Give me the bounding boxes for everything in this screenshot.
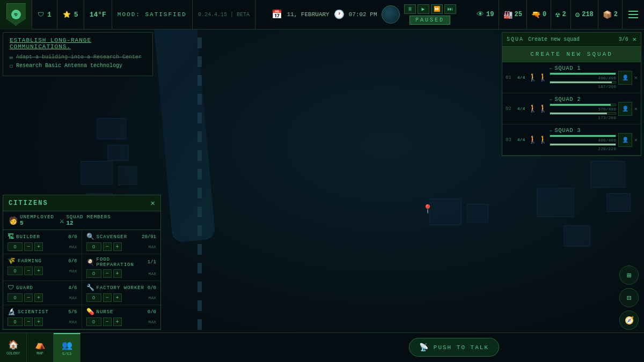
role-max-btn[interactable]: MAX <box>69 320 77 324</box>
squad-xp-fill <box>550 82 612 83</box>
role-minus-btn[interactable]: − <box>103 293 112 302</box>
squad-hp-fill <box>550 135 616 137</box>
role-input[interactable] <box>8 267 23 275</box>
role-icon: 🏗 <box>8 233 14 241</box>
tb-star-section: ⭐ 5 <box>57 0 84 29</box>
push-to-talk-button[interactable]: 📡 PUSH TO TALK <box>409 338 499 357</box>
cr-top: 🌾 FARMING 6/6 <box>8 257 77 265</box>
unemployed-count: 5 <box>20 220 54 226</box>
compass-btn[interactable]: 🧭 <box>619 311 639 330</box>
colony-icon: 🏠 <box>8 339 19 350</box>
citizens-btn[interactable]: 👥 5/53 <box>54 333 80 363</box>
squad-remove-btn-1[interactable]: ✕ <box>634 75 638 81</box>
squad-row-1[interactable]: 01 4/4 🚶 🚶 ✏ SQUAD 1 400/400 <box>502 62 641 93</box>
play-btn[interactable]: ▶ <box>418 4 429 14</box>
role-max-btn[interactable]: MAX <box>149 295 156 300</box>
role-icon: 🔧 <box>86 284 94 292</box>
squad-figures-3: 🚶 🚶 <box>528 135 547 144</box>
check-icon-1: ☑ <box>10 54 13 61</box>
map-icon: ⛺ <box>35 339 46 350</box>
grid-btn[interactable]: ⊟ <box>619 288 639 307</box>
role-plus-btn[interactable]: + <box>34 317 43 326</box>
role-max-btn[interactable]: MAX <box>69 269 77 274</box>
squad-name-1: SQUAD 1 <box>554 65 581 71</box>
pause-btn[interactable]: ⏸ <box>404 4 416 14</box>
role-max-btn[interactable]: MAX <box>149 320 156 324</box>
citizen-role-nurse: 💊 NURSE 0/0 − + MAX <box>82 305 161 329</box>
menu-button[interactable] <box>623 0 644 29</box>
role-minus-btn[interactable]: − <box>103 242 112 251</box>
citizen-role-scavenger: 🔍 SCAVENGER 20/91 − + MAX <box>82 230 161 254</box>
role-input[interactable] <box>86 269 101 278</box>
tb-stat-crate: 📦 2 <box>598 0 623 29</box>
squad-close-btn[interactable]: ✕ <box>633 35 636 43</box>
role-input[interactable] <box>8 242 23 251</box>
edit-icon: ✏ <box>550 128 552 134</box>
map-building <box>429 198 462 225</box>
squad-xp-val: 173/200 <box>550 115 616 120</box>
squad-hp-val: 400/400 <box>550 76 616 80</box>
squad-remove-btn-3[interactable]: ✕ <box>634 137 638 143</box>
role-max-btn[interactable]: MAX <box>149 271 156 276</box>
star-num: 5 <box>74 11 78 19</box>
role-input[interactable] <box>86 317 101 326</box>
role-max-btn[interactable]: MAX <box>69 245 77 249</box>
role-minus-btn[interactable]: − <box>24 293 33 302</box>
cr-controls: − + MAX <box>8 267 77 275</box>
cr-controls: − + MAX <box>86 317 157 326</box>
citizens-close-btn[interactable]: ✕ <box>151 198 155 208</box>
squad-rows-container: 01 4/4 🚶 🚶 ✏ SQUAD 1 400/400 <box>502 62 641 156</box>
vision-icon: 👁 <box>477 10 484 19</box>
fast-btn[interactable]: ⏩ <box>431 4 443 14</box>
role-plus-btn[interactable]: + <box>34 293 43 302</box>
role-minus-btn[interactable]: − <box>103 269 112 278</box>
squad-name-row: ✏ SQUAD 3 <box>550 128 616 134</box>
colony-btn[interactable]: 🏠 COLONY <box>0 333 27 363</box>
role-plus-btn[interactable]: + <box>113 269 122 278</box>
map-building <box>590 161 625 188</box>
squad-row-3[interactable]: 03 4/4 🚶 🚶 ✏ SQUAD 3 400/400 <box>502 124 641 156</box>
role-minus-btn[interactable]: − <box>24 267 33 275</box>
role-plus-btn[interactable]: + <box>113 242 122 251</box>
role-icon: 🌾 <box>8 257 16 265</box>
factory-icon: 🏭 <box>503 10 513 19</box>
role-plus-btn[interactable]: + <box>113 317 122 326</box>
squad-remove-btn-2[interactable]: ✕ <box>634 106 638 112</box>
role-count: 0/0 <box>68 234 77 240</box>
create-squad-button[interactable]: CREATE NEW SQUAD <box>502 47 641 62</box>
factory-val: 25 <box>515 11 522 18</box>
squad-hp-bar <box>550 104 616 106</box>
time-text: 07:02 PM <box>349 11 377 18</box>
squad-bar-container-1: 370/400 <box>550 104 616 112</box>
globe-icon <box>382 5 400 24</box>
role-max-btn[interactable]: MAX <box>149 245 156 249</box>
mic-icon: 📡 <box>419 343 429 352</box>
cr-controls: − + MAX <box>86 269 157 278</box>
tb-stat-weapon: 🔫 0 <box>527 0 551 29</box>
role-plus-btn[interactable]: + <box>34 242 43 251</box>
role-minus-btn[interactable]: − <box>24 317 33 326</box>
role-minus-btn[interactable]: − <box>103 317 112 326</box>
squad-row-2[interactable]: 02 4/4 🚶 🚶 ✏ SQUAD 2 370/400 <box>502 93 641 124</box>
role-max-btn[interactable]: MAX <box>69 295 77 300</box>
role-minus-btn[interactable]: − <box>24 242 33 251</box>
paused-badge: PAUSED <box>409 16 450 25</box>
map-btn[interactable]: ⛺ MAP <box>27 333 54 363</box>
layers-btn[interactable]: ⊞ <box>619 265 639 285</box>
squad-count: 3/6 <box>619 36 628 42</box>
role-input[interactable] <box>86 242 101 251</box>
role-input[interactable] <box>8 317 23 326</box>
role-name: FOOD PREPARATION <box>97 257 145 268</box>
map-label: MAP <box>36 351 43 356</box>
squad-members-label: SQUAD MEMBERS <box>66 215 111 220</box>
role-input[interactable] <box>8 293 23 302</box>
shield-num: 1 <box>47 11 52 19</box>
faster-btn[interactable]: ⏭ <box>444 4 456 14</box>
role-plus-btn[interactable]: + <box>34 267 43 275</box>
edit-icon: ✏ <box>550 65 552 71</box>
citizens-title: CITIZENS <box>9 200 48 207</box>
role-plus-btn[interactable]: + <box>113 293 122 302</box>
squad-avatar-1: 👤 <box>618 71 632 85</box>
tb-temp-section: 14°F <box>84 0 112 29</box>
role-input[interactable] <box>86 293 101 302</box>
